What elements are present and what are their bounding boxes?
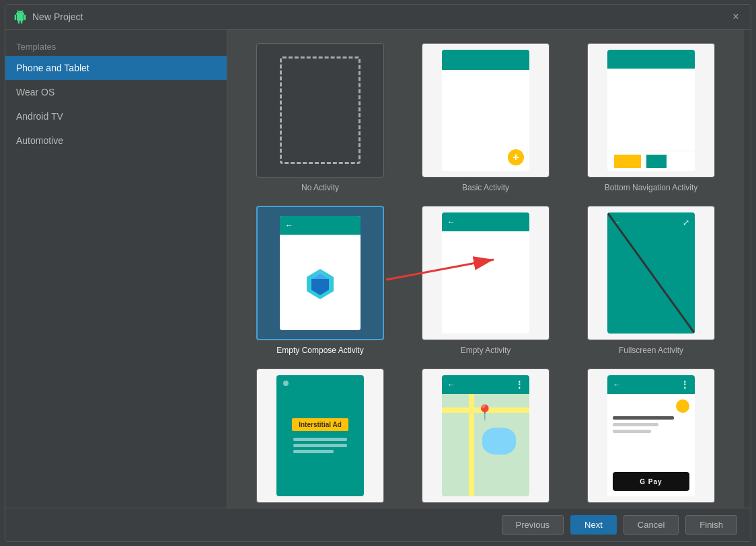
template-empty-compose-label: Empty Compose Activity bbox=[276, 346, 363, 355]
basic-activity-preview: + bbox=[442, 50, 529, 171]
fab-icon: + bbox=[508, 149, 524, 165]
previous-button[interactable]: Previous bbox=[502, 515, 564, 535]
ad-lines bbox=[293, 438, 347, 453]
template-basic-activity-label: Basic Activity bbox=[462, 183, 509, 192]
sidebar-item-automotive[interactable]: Automotive bbox=[5, 128, 227, 153]
sidebar-item-wear-os[interactable]: Wear OS bbox=[5, 80, 227, 104]
no-activity-preview bbox=[280, 56, 361, 164]
dialog-title: New Project bbox=[32, 11, 83, 22]
template-google-pay[interactable]: ← ⋮ G Pay bbox=[578, 368, 724, 508]
cancel-button[interactable]: Cancel bbox=[623, 515, 679, 535]
pay-back-arrow: ← bbox=[613, 380, 621, 389]
bnb-yellow bbox=[614, 155, 641, 168]
fullscreen-preview: ← ⤢ bbox=[607, 212, 695, 334]
svg-line-5 bbox=[607, 212, 695, 334]
interstitial-ad-banner: Interstitial Ad bbox=[292, 418, 348, 431]
sidebar-item-android-tv[interactable]: Android TV bbox=[5, 104, 227, 128]
ad-line-2 bbox=[293, 444, 347, 447]
main-content: Templates Phone and Tablet Wear OS Andro… bbox=[5, 30, 751, 508]
template-empty-activity-label: Empty Activity bbox=[461, 346, 511, 355]
pay-bar: G Pay bbox=[613, 472, 689, 491]
content-area: No Activity + Basic Activity bbox=[227, 30, 744, 508]
template-no-activity[interactable]: No Activity bbox=[248, 43, 393, 192]
pay-fab bbox=[676, 399, 689, 413]
pay-line-light-1 bbox=[613, 423, 658, 426]
new-project-dialog: New Project × Templates Phone and Tablet… bbox=[5, 4, 751, 542]
template-fullscreen-label: Fullscreen Activity bbox=[619, 346, 683, 355]
close-button[interactable]: × bbox=[729, 10, 743, 24]
interstitial-ad-preview: Interstitial Ad bbox=[276, 375, 364, 496]
fullscreen-diagonal-svg bbox=[607, 212, 695, 334]
compose-activity-preview: ← bbox=[280, 216, 361, 330]
ad-dot bbox=[283, 381, 289, 386]
bottom-nav-preview bbox=[607, 50, 695, 171]
template-empty-activity[interactable]: ← Empty Activity bbox=[413, 206, 558, 355]
bottom-bar: Previous Next Cancel Finish bbox=[5, 508, 751, 541]
pay-line-dark-1 bbox=[613, 416, 674, 420]
back-arrow-icon: ← bbox=[285, 221, 293, 230]
sidebar-section-label: Templates bbox=[5, 36, 227, 56]
template-bottom-nav-label: Bottom Navigation Activity bbox=[605, 183, 698, 192]
template-empty-compose[interactable]: ← Empty Compo bbox=[248, 206, 393, 355]
maps-preview: ← ⋮ 📍 bbox=[442, 375, 529, 496]
template-no-activity-label: No Activity bbox=[301, 183, 339, 192]
android-icon bbox=[13, 10, 27, 24]
pay-g-text: G Pay bbox=[640, 478, 662, 485]
ad-line-1 bbox=[293, 438, 347, 441]
compose-logo-icon bbox=[303, 266, 337, 299]
pay-menu-icon: ⋮ bbox=[680, 379, 689, 390]
pay-preview: ← ⋮ G Pay bbox=[607, 375, 695, 496]
empty-back-arrow: ← bbox=[447, 217, 455, 227]
template-fullscreen[interactable]: ← ⤢ Fullscreen Activity bbox=[578, 206, 724, 355]
scrollbar[interactable] bbox=[744, 30, 751, 508]
empty-activity-preview: ← bbox=[442, 212, 529, 334]
template-google-maps[interactable]: ← ⋮ 📍 Google Maps Ac bbox=[413, 368, 558, 508]
map-pin-icon: 📍 bbox=[476, 404, 494, 422]
bnb-teal bbox=[646, 155, 667, 168]
template-bottom-nav[interactable]: Bottom Navigation Activity bbox=[578, 43, 724, 192]
maps-back-arrow: ← bbox=[447, 380, 455, 389]
sidebar-item-phone-tablet[interactable]: Phone and Tablet bbox=[5, 56, 227, 80]
pay-line-light-2 bbox=[613, 430, 651, 433]
templates-grid: No Activity + Basic Activity bbox=[227, 30, 744, 508]
template-interstitial-ad[interactable]: Interstitial Ad Interstitial Ad bbox=[248, 368, 393, 508]
sidebar: Templates Phone and Tablet Wear OS Andro… bbox=[5, 30, 227, 508]
ad-line-3 bbox=[293, 450, 334, 453]
maps-menu-icon: ⋮ bbox=[515, 379, 524, 390]
title-bar-left: New Project bbox=[13, 10, 83, 24]
template-basic-activity[interactable]: + Basic Activity bbox=[413, 43, 558, 192]
title-bar: New Project × bbox=[5, 5, 751, 30]
finish-button[interactable]: Finish bbox=[685, 515, 737, 535]
next-button[interactable]: Next bbox=[570, 515, 617, 535]
